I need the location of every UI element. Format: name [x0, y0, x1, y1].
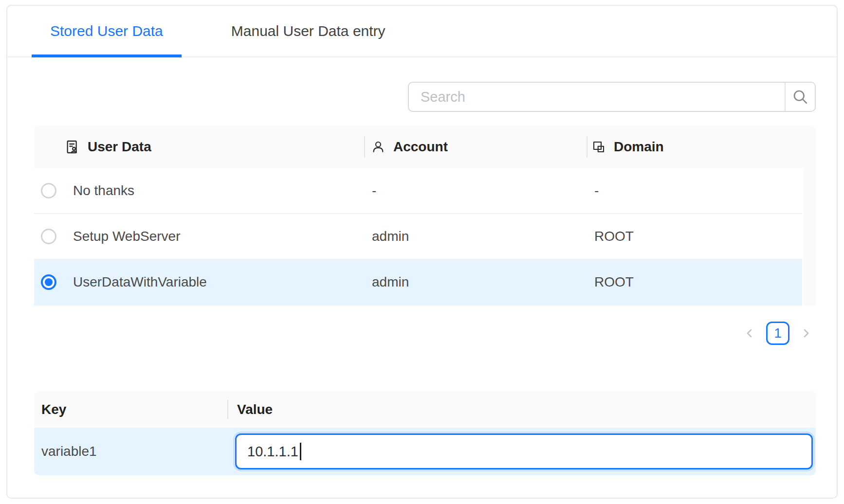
table-row-no-thanks[interactable]: No thanks - -	[34, 168, 802, 214]
search-input[interactable]	[409, 83, 785, 111]
column-header-user-data: User Data	[34, 126, 364, 168]
radio-cell	[34, 229, 63, 244]
variables-table: Key Value variable1 10.1.1.1	[34, 391, 816, 475]
tab-panel-stored-user-data: User Data Account	[7, 82, 837, 475]
search-row	[34, 82, 816, 112]
radio-no-thanks[interactable]	[41, 183, 56, 198]
search-group	[408, 82, 816, 112]
variable-row-variable1: variable1 10.1.1.1	[34, 428, 816, 475]
column-header-value: Value	[227, 391, 816, 428]
tab-manual-user-data-entry[interactable]: Manual User Data entry	[213, 6, 404, 56]
cell-account: admin	[364, 229, 587, 244]
variable-value-input[interactable]: 10.1.1.1	[235, 433, 813, 469]
table-header: User Data Account	[34, 126, 816, 168]
tab-bar: Stored User Data Manual User Data entry	[7, 6, 837, 57]
header-scrollbar-cell	[802, 126, 816, 168]
cell-user-data: Setup WebServer	[63, 229, 364, 244]
stored-user-data-table: User Data Account	[34, 126, 816, 306]
radio-setup-webserver[interactable]	[41, 229, 56, 244]
tab-stored-user-data[interactable]: Stored User Data	[32, 6, 182, 56]
chevron-right-icon	[799, 326, 813, 340]
cell-domain: ROOT	[587, 274, 802, 290]
tab-label: Stored User Data	[50, 23, 163, 39]
solution-icon	[64, 139, 80, 155]
column-header-key: Key	[34, 402, 227, 417]
pagination-next-button[interactable]	[796, 322, 816, 345]
radio-cell	[34, 274, 63, 290]
radio-cell	[34, 183, 63, 198]
table-row-userdatawithvariable[interactable]: UserDataWithVariable admin ROOT	[34, 260, 802, 306]
column-header-account: Account	[364, 126, 587, 168]
column-label: Account	[393, 139, 448, 155]
pagination-page-1[interactable]: 1	[766, 322, 789, 345]
column-header-domain: Domain	[587, 126, 802, 168]
user-data-panel: Stored User Data Manual User Data entry	[6, 5, 838, 499]
user-icon	[371, 140, 385, 154]
variable-value-text: 10.1.1.1	[247, 444, 298, 460]
active-tab-indicator	[32, 54, 182, 57]
text-cursor	[300, 443, 301, 460]
radio-userdatawithvariable[interactable]	[41, 274, 56, 290]
cell-user-data: No thanks	[63, 183, 364, 198]
table-body: No thanks - - Setup WebServer admin ROOT	[34, 168, 816, 306]
cell-domain: -	[587, 183, 802, 198]
search-icon	[791, 88, 809, 106]
cell-account: -	[364, 183, 587, 198]
table-scrollbar-track[interactable]	[804, 168, 816, 306]
search-button[interactable]	[785, 83, 815, 111]
block-icon	[591, 140, 606, 154]
pagination: 1	[34, 322, 816, 345]
pagination-prev-button[interactable]	[740, 322, 759, 345]
cell-variable-key: variable1	[34, 444, 227, 459]
cell-account: admin	[364, 274, 587, 290]
column-label: Domain	[614, 139, 664, 155]
table-row-setup-webserver[interactable]: Setup WebServer admin ROOT	[34, 214, 802, 260]
cell-user-data: UserDataWithVariable	[63, 274, 364, 290]
cell-domain: ROOT	[587, 229, 802, 244]
column-label: User Data	[88, 139, 151, 155]
cell-variable-value: 10.1.1.1	[227, 433, 816, 469]
tab-label: Manual User Data entry	[231, 23, 385, 39]
variables-table-header: Key Value	[34, 391, 816, 428]
chevron-left-icon	[743, 326, 756, 340]
